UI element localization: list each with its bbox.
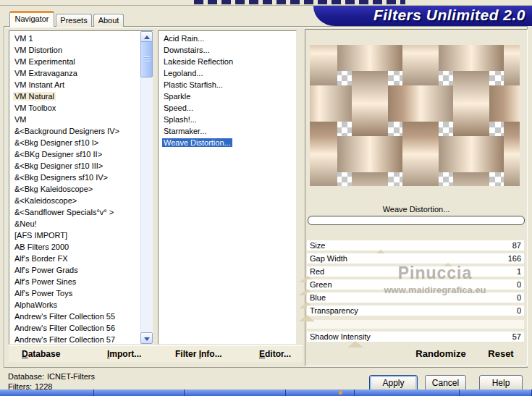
category-item[interactable]: Andrew's Filter Collection 57 bbox=[9, 334, 153, 345]
empty-slider-row bbox=[307, 320, 524, 329]
slider-label: Gap Width bbox=[310, 253, 347, 264]
category-item[interactable]: &<Bkg Designer sf10 III> bbox=[9, 160, 153, 172]
category-item[interactable]: VM 1 bbox=[9, 33, 153, 44]
category-item-label: [AFS IMPORT] bbox=[13, 231, 69, 240]
category-scrollbar[interactable] bbox=[140, 31, 153, 344]
filter-item[interactable]: Plastic Starfish... bbox=[159, 79, 296, 90]
category-item[interactable]: Alf's Power Grads bbox=[9, 264, 153, 276]
taskbar-button[interactable] bbox=[460, 389, 532, 396]
filter-item[interactable]: Sparkle bbox=[159, 90, 296, 102]
taskbar-button[interactable] bbox=[286, 389, 355, 396]
filter-item[interactable]: Downstairs... bbox=[159, 44, 296, 56]
filter-preview-image bbox=[310, 45, 520, 186]
menu-item-database[interactable]: Database bbox=[22, 349, 60, 359]
category-item[interactable]: [AFS IMPORT] bbox=[9, 229, 153, 241]
slider-size[interactable]: Size87 bbox=[307, 240, 524, 250]
menu-bar: DatabaseImport...Filter Info...Editor... bbox=[9, 345, 303, 362]
preview-caption: Weave Distortion... bbox=[305, 205, 527, 214]
slider-transparency[interactable]: Transparency0 bbox=[307, 306, 524, 316]
taskbar-button[interactable] bbox=[355, 389, 460, 396]
slider-value: 87 bbox=[512, 240, 521, 250]
randomize-button[interactable]: Randomize bbox=[401, 348, 481, 359]
category-item-label: Andrew's Filter Collection 57 bbox=[13, 335, 117, 344]
tab-about[interactable]: About bbox=[93, 14, 124, 27]
filter-item-label: Legoland... bbox=[162, 69, 204, 77]
app-banner: Filters Unlimited 2.0 bbox=[313, 6, 532, 26]
category-item-label: VM Instant Art bbox=[13, 80, 66, 89]
category-item[interactable]: Andrew's Filter Collection 55 bbox=[9, 311, 153, 322]
filter-item[interactable]: Legoland... bbox=[159, 67, 296, 79]
taskbar-button[interactable] bbox=[185, 389, 286, 396]
filter-item-label: Speed... bbox=[162, 104, 195, 112]
category-item[interactable]: &<Bkg Designer sf10 I> bbox=[9, 137, 153, 148]
filter-item[interactable]: Weave Distortion... bbox=[159, 137, 296, 148]
clipped-window-title bbox=[194, 0, 405, 4]
filter-item[interactable]: Speed... bbox=[159, 102, 296, 114]
category-item[interactable]: &<Bkg Kaleidoscope> bbox=[9, 183, 153, 195]
app-title: Filters Unlimited 2.0 bbox=[373, 7, 525, 23]
menu-item-editor[interactable]: Editor... bbox=[259, 349, 291, 359]
slider-marker-icon[interactable] bbox=[299, 315, 315, 321]
category-item[interactable]: &<Bkg Designers sf10 IV> bbox=[9, 172, 153, 183]
slider-label: Red bbox=[310, 266, 324, 277]
scrollbar-grip-icon bbox=[144, 56, 150, 62]
slider-marker-icon[interactable] bbox=[347, 341, 363, 347]
category-item[interactable]: &<Sandflower Specials°v° > bbox=[9, 206, 153, 218]
category-item-label: &<Bkg Kaleidoscope> bbox=[13, 185, 94, 193]
taskbar-button[interactable] bbox=[0, 389, 94, 396]
category-item[interactable]: VM Experimental bbox=[9, 56, 153, 67]
category-item[interactable]: VM bbox=[9, 114, 153, 125]
category-item[interactable]: &<Background Designers IV> bbox=[9, 125, 153, 137]
category-item[interactable]: &Neu! bbox=[9, 218, 153, 229]
category-item[interactable]: VM Natural bbox=[9, 90, 153, 102]
filter-item[interactable]: Splash!... bbox=[159, 114, 296, 125]
tab-presets[interactable]: Presets bbox=[56, 14, 92, 27]
category-item-label: VM Experimental bbox=[13, 57, 77, 66]
category-item-label: Alf's Power Toys bbox=[13, 289, 74, 298]
slider-label: Blue bbox=[310, 292, 326, 303]
slider-label: Size bbox=[310, 240, 325, 250]
category-item-label: VM Natural bbox=[13, 92, 56, 101]
category-item[interactable]: &<BKg Designer sf10 II> bbox=[9, 148, 153, 160]
category-item[interactable]: AlphaWorks bbox=[9, 299, 153, 311]
filter-item-label: Weave Distortion... bbox=[162, 138, 232, 147]
tab-navigator[interactable]: Navigator bbox=[9, 11, 54, 27]
category-list[interactable]: VM 1VM DistortionVM ExperimentalVM Extra… bbox=[9, 30, 153, 345]
filter-item-label: Splash!... bbox=[162, 115, 198, 124]
category-item[interactable]: Alf's Power Toys bbox=[9, 287, 153, 299]
scroll-down-icon bbox=[144, 337, 150, 341]
category-item-label: AB Filters 2000 bbox=[13, 243, 70, 251]
category-item[interactable]: VM Distortion bbox=[9, 44, 153, 56]
status-database-label: Database: bbox=[8, 372, 44, 381]
scroll-down-button[interactable] bbox=[140, 332, 153, 344]
category-item[interactable]: Alf's Power Sines bbox=[9, 276, 153, 287]
category-item-label: &<Bkg Designer sf10 I> bbox=[13, 138, 100, 147]
slider-gap-width[interactable]: Gap Width166 bbox=[307, 253, 524, 264]
taskbar-button[interactable] bbox=[94, 389, 185, 396]
filter-item[interactable]: Starmaker... bbox=[159, 125, 296, 137]
category-item-label: Andrew's Filter Collection 56 bbox=[13, 324, 117, 332]
category-item[interactable]: VM Toolbox bbox=[9, 102, 153, 114]
slider-value: 57 bbox=[512, 332, 521, 342]
progress-bar bbox=[308, 216, 525, 225]
filter-item-label: Plastic Starfish... bbox=[162, 80, 224, 89]
category-item[interactable]: &<Kaleidoscope> bbox=[9, 195, 153, 206]
category-item-label: &<Bkg Designers sf10 IV> bbox=[13, 173, 109, 182]
category-item-label: Alf's Border FX bbox=[13, 254, 69, 263]
scrollbar-thumb[interactable] bbox=[140, 41, 153, 77]
category-item[interactable]: VM Extravaganza bbox=[9, 67, 153, 79]
filter-item[interactable]: Acid Rain... bbox=[159, 33, 296, 44]
menu-item-filter-info[interactable]: Filter Info... bbox=[175, 349, 222, 359]
filter-item[interactable]: Lakeside Reflection bbox=[159, 56, 296, 67]
slider-shadow-intensity[interactable]: Shadow Intensity57 bbox=[307, 332, 524, 342]
preview-panel: Weave Distortion... Size87Gap Width166Re… bbox=[305, 29, 528, 366]
taskbar[interactable] bbox=[0, 389, 532, 396]
category-item-label: &<BKg Designer sf10 II> bbox=[13, 150, 104, 159]
reset-button[interactable]: Reset bbox=[479, 348, 523, 359]
filter-list[interactable]: Acid Rain...Downstairs...Lakeside Reflec… bbox=[158, 30, 297, 345]
category-item[interactable]: Andrew's Filter Collection 56 bbox=[9, 322, 153, 334]
category-item[interactable]: AB Filters 2000 bbox=[9, 241, 153, 253]
category-item[interactable]: Alf's Border FX bbox=[9, 253, 153, 264]
menu-item-import[interactable]: Import... bbox=[107, 349, 141, 359]
category-item[interactable]: VM Instant Art bbox=[9, 79, 153, 90]
